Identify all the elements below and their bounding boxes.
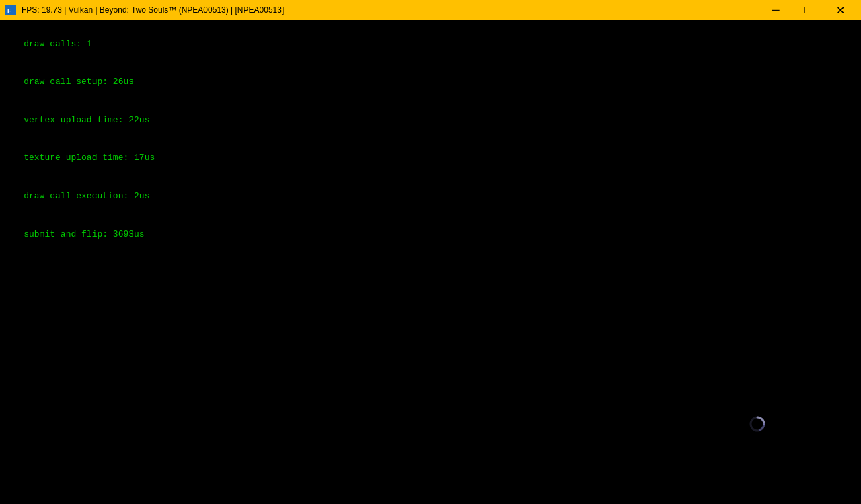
debug-output: draw calls: 1 draw call setup: 26us vert… [3, 26, 858, 253]
titlebar: F FPS: 19.73 | Vulkan | Beyond: Two Soul… [0, 0, 861, 20]
svg-text:F: F [7, 7, 11, 14]
window-controls: ─ □ ✕ [760, 0, 856, 20]
titlebar-left: F FPS: 19.73 | Vulkan | Beyond: Two Soul… [5, 5, 284, 15]
draw-call-setup-line: draw call setup: 26us [24, 77, 134, 87]
app-icon: F [5, 5, 16, 15]
texture-upload-line: texture upload time: 17us [24, 153, 155, 163]
minimize-button[interactable]: ─ [760, 0, 791, 20]
draw-calls-line: draw calls: 1 [24, 39, 91, 49]
vertex-upload-line: vertex upload time: 22us [24, 115, 149, 125]
submit-flip-line: submit and flip: 3693us [24, 229, 144, 239]
draw-call-execution-line: draw call execution: 2us [24, 191, 149, 201]
loading-spinner [748, 415, 767, 433]
main-content: draw calls: 1 draw call setup: 26us vert… [0, 20, 861, 504]
window-title: FPS: 19.73 | Vulkan | Beyond: Two Souls™… [22, 5, 284, 15]
close-button[interactable]: ✕ [825, 0, 856, 20]
restore-button[interactable]: □ [792, 0, 823, 20]
